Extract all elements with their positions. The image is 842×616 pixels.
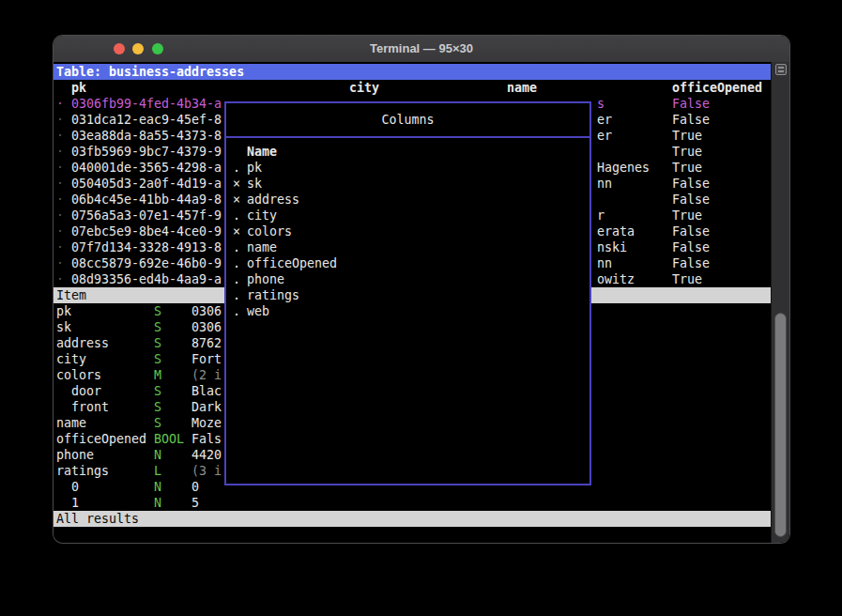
attribute-value: Fort (191, 351, 222, 367)
columns-dialog-item-officeOpened[interactable]: .officeOpened (226, 255, 589, 271)
columns-dialog-item-name[interactable]: .name (226, 239, 589, 255)
columns-dialog-item-ratings[interactable]: .ratings (226, 287, 589, 303)
columns-dialog-item-city[interactable]: .city (226, 208, 589, 223)
attribute-value: (3 i (191, 463, 222, 479)
attribute-name: 1 (71, 495, 79, 511)
attribute-type: N (154, 447, 161, 463)
attribute-type: S (154, 303, 161, 319)
row-bullet-icon: · (56, 144, 64, 160)
attribute-name: front (71, 399, 109, 415)
attribute-name: name (56, 415, 86, 431)
row-bullet-icon: · (56, 160, 64, 176)
cell-officeOpened: True (672, 160, 702, 176)
attribute-type: S (154, 319, 161, 335)
attribute-value: Blac (191, 383, 222, 399)
cell-officeOpened: True (672, 271, 702, 287)
visible-column-marker-icon: . (233, 255, 240, 271)
columns-dialog-title: Columns (226, 112, 589, 128)
column-header-officeOpened: officeOpened (672, 80, 762, 96)
cell-name: erata (597, 223, 635, 239)
hidden-column-marker-icon: × (233, 192, 240, 208)
attribute-name: 0 (71, 479, 79, 495)
cell-name: Hagenes (597, 160, 650, 176)
column-item-label: city (247, 208, 277, 223)
visible-column-marker-icon: . (233, 208, 240, 223)
row-bullet-icon: · (56, 192, 64, 208)
cell-officeOpened: False (672, 192, 710, 208)
row-bullet-icon: · (56, 239, 64, 255)
visible-column-marker-icon: . (233, 287, 240, 303)
attribute-type: S (154, 335, 161, 351)
columns-dialog-item-sk[interactable]: ×sk (226, 176, 589, 192)
cell-pk: 031dca12-eac9-45ef-8 (71, 112, 222, 128)
row-bullet-icon: · (56, 255, 64, 271)
cell-pk: 06b4c45e-41bb-44a9-8 (71, 192, 222, 208)
row-bullet-icon: · (56, 223, 64, 239)
attribute-name: city (56, 351, 86, 367)
cell-pk: 07ebc5e9-8be4-4ce0-9 (71, 223, 222, 239)
column-item-label: colors (247, 223, 292, 239)
attribute-value: 0306 (191, 319, 222, 335)
title-bar[interactable]: Terminal — 95×30 (54, 36, 789, 63)
cell-officeOpened: True (672, 144, 702, 160)
table-title: Table: business-addresses (56, 64, 244, 80)
hidden-column-marker-icon: × (233, 176, 240, 192)
cell-name: nn (597, 176, 612, 192)
columns-dialog-separator (226, 136, 589, 138)
columns-dialog-item-web[interactable]: .web (226, 303, 589, 319)
cell-pk: 050405d3-2a0f-4d19-a (71, 176, 222, 192)
attribute-name: colors (56, 367, 101, 383)
attribute-name: officeOpened (56, 431, 146, 447)
columns-dialog-item-phone[interactable]: .phone (226, 271, 589, 287)
scrollbar-track[interactable] (771, 62, 789, 543)
attribute-value: 4420 (191, 447, 222, 463)
column-item-label: phone (247, 271, 284, 287)
attribute-type: N (154, 495, 161, 511)
cell-name: er (597, 112, 612, 128)
attribute-value: 5 (191, 495, 199, 511)
cell-name: nski (597, 239, 627, 255)
cell-pk: 0756a5a3-07e1-457f-9 (71, 208, 222, 223)
row-bullet-icon: · (56, 208, 64, 223)
cell-name: nn (597, 255, 612, 271)
row-bullet-icon: · (56, 271, 64, 287)
attribute-value: 0 (191, 479, 199, 495)
column-item-label: ratings (247, 287, 299, 303)
columns-dialog-item-colors[interactable]: ×colors (226, 223, 589, 239)
columns-dialog: Columns Name .pk×sk×address.city×colors.… (224, 101, 591, 485)
cell-pk: 03fb5969-9bc7-4379-9 (71, 144, 222, 160)
cell-name: s (597, 96, 605, 112)
table-header-row: pk city name officeOpened (54, 80, 771, 96)
results-status-label: All results (56, 511, 139, 527)
scrollbar-thumb[interactable] (774, 313, 787, 537)
attribute-name: door (71, 383, 101, 399)
cell-officeOpened: True (672, 128, 702, 144)
cell-pk: 03ea88da-8a55-4373-8 (71, 128, 222, 144)
attribute-name: ratings (56, 463, 109, 479)
visible-column-marker-icon: . (233, 303, 240, 319)
cell-name: er (597, 128, 612, 144)
attribute-value: Fals (191, 431, 222, 447)
column-item-label: officeOpened (247, 255, 337, 271)
columns-dialog-name-header: Name (226, 144, 589, 160)
attribute-type: S (154, 351, 161, 367)
attribute-name: pk (56, 303, 71, 319)
columns-dialog-item-pk[interactable]: .pk (226, 160, 589, 176)
hidden-column-marker-icon: × (233, 223, 240, 239)
column-item-label: pk (247, 160, 262, 176)
columns-dialog-item-address[interactable]: ×address (226, 192, 589, 208)
cell-pk: 08d93356-ed4b-4aa9-a (71, 271, 222, 287)
visible-column-marker-icon: . (233, 271, 240, 287)
cell-officeOpened: False (672, 255, 710, 271)
terminal-content: Table: business-addresses pk city name o… (54, 62, 789, 543)
attribute-type: S (154, 383, 161, 399)
terminal-window: Terminal — 95×30 Table: business-address… (54, 36, 789, 543)
row-bullet-icon: · (56, 112, 64, 128)
attribute-type: S (154, 399, 161, 415)
attribute-type: N (154, 479, 161, 495)
cell-pk: 07f7d134-3328-4913-8 (71, 239, 222, 255)
split-pane-icon[interactable] (775, 64, 787, 75)
cell-officeOpened: False (672, 239, 710, 255)
cell-officeOpened: True (672, 208, 702, 223)
item-attribute-row: 1N5 (54, 495, 771, 511)
